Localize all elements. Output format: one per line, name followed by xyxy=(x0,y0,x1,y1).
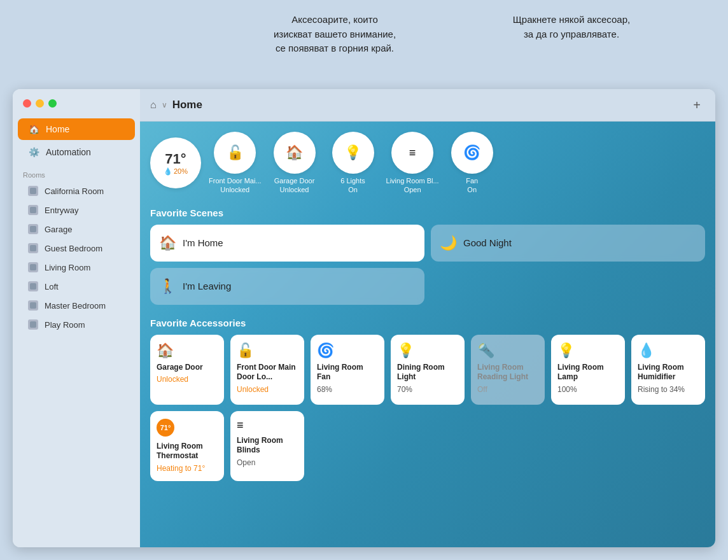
automation-icon: ⚙️ xyxy=(28,146,39,158)
lr-thermostat-name: Living Room Thermostat xyxy=(157,442,218,461)
dining-light-icon: 💡 xyxy=(397,342,458,359)
room-label: Loft xyxy=(45,282,59,291)
add-button[interactable]: + xyxy=(689,97,705,113)
scenes-grid: 🏠 I'm Home 🌙 Good Night 🚶 I'm Leaving xyxy=(150,225,705,305)
status-6-lights[interactable]: 💡 6 LightsOn xyxy=(328,132,379,195)
lr-lamp-icon: 💡 xyxy=(557,342,619,359)
dining-light-status: 70% xyxy=(397,385,458,394)
sidebar-item-automation-label: Automation xyxy=(46,147,91,157)
status-front-door[interactable]: 🔓 Front Door Mai...Unlocked xyxy=(209,132,262,195)
lr-humidifier-icon: 💧 xyxy=(638,342,699,359)
sidebar-item-entryway[interactable]: Entryway xyxy=(18,201,135,219)
front-door-icon: 🔓 xyxy=(237,342,298,359)
lr-blinds-name: Living Room Blinds xyxy=(237,436,298,456)
lr-reading-light-name: Living Room Reading Light xyxy=(477,363,538,382)
lr-lamp-name: Living Room Lamp xyxy=(557,363,619,382)
lr-humidifier-name: Living Room Humidifier xyxy=(638,363,699,382)
lr-humidifier-status: Rising to 34% xyxy=(638,385,699,394)
blinds-circle: ≡ xyxy=(391,132,433,174)
garage-door-status: Unlocked xyxy=(157,375,218,384)
traffic-lights xyxy=(13,99,140,118)
garage-door-label: Garage DoorUnlocked xyxy=(274,176,315,195)
room-label: Guest Bedroom xyxy=(45,244,102,253)
accessory-lr-fan[interactable]: 🌀 Living Room Fan 68% xyxy=(311,335,384,405)
room-icon xyxy=(28,319,38,330)
accessory-lr-blinds[interactable]: ≡ Living Room Blinds Open xyxy=(230,411,304,481)
header-bar: ⌂ ∨ Home + xyxy=(140,89,715,122)
lr-blinds-status: Open xyxy=(237,458,298,467)
room-icon xyxy=(28,243,38,253)
im-leaving-label: I'm Leaving xyxy=(183,281,231,291)
fan-label: FanOn xyxy=(466,176,478,195)
accessory-lr-thermostat[interactable]: 71° Living Room Thermostat Heating to 71… xyxy=(150,411,224,481)
main-content: ⌂ ∨ Home + 71° 💧 20% 🔓 Front Door Mai...… xyxy=(140,89,715,547)
favorite-accessories-title: Favorite Accessories xyxy=(150,318,705,328)
front-door-circle: 🔓 xyxy=(214,132,256,174)
room-icon xyxy=(28,205,38,215)
maximize-button[interactable] xyxy=(48,99,57,108)
accessories-row-2: 71° Living Room Thermostat Heating to 71… xyxy=(150,411,705,481)
left-callout: Аксесоарите, които изискват вашето внима… xyxy=(271,13,398,56)
lr-fan-status: 68% xyxy=(317,385,378,394)
lr-fan-name: Living Room Fan xyxy=(317,363,378,382)
favorite-scenes-title: Favorite Scenes xyxy=(150,207,705,218)
accessory-lr-lamp[interactable]: 💡 Living Room Lamp 100% xyxy=(551,335,625,405)
lr-thermostat-status: Heating to 71° xyxy=(157,464,218,473)
room-label: Garage xyxy=(45,225,72,234)
callout-area: Аксесоарите, които изискват вашето внима… xyxy=(178,13,728,56)
room-icon xyxy=(28,224,38,234)
dining-light-name: Dining Room Light xyxy=(397,363,458,382)
sidebar-item-master-bedroom[interactable]: Master Bedroom xyxy=(18,297,135,314)
sidebar-item-home[interactable]: 🏠 Home xyxy=(18,118,135,140)
im-home-icon: 🏠 xyxy=(159,235,176,251)
humidity-value: 20% xyxy=(174,167,188,175)
room-label: Play Room xyxy=(45,320,85,330)
lights-label: 6 LightsOn xyxy=(340,176,365,195)
front-door-label: Front Door Mai...Unlocked xyxy=(209,176,262,195)
blinds-label: Living Room Bl...Open xyxy=(386,176,439,195)
status-bar: 71° 💧 20% 🔓 Front Door Mai...Unlocked 🏠 … xyxy=(150,132,705,195)
close-button[interactable] xyxy=(23,99,31,108)
status-garage-door[interactable]: 🏠 Garage DoorUnlocked xyxy=(269,132,320,195)
good-night-label: Good Night xyxy=(463,237,512,248)
humidity-icon: 💧 xyxy=(164,167,172,176)
sidebar-item-loft[interactable]: Loft xyxy=(18,277,135,295)
accessory-lr-humidifier[interactable]: 💧 Living Room Humidifier Rising to 34% xyxy=(631,335,705,405)
sidebar: 🏠 Home ⚙️ Automation Rooms California Ro… xyxy=(13,89,140,547)
sidebar-item-garage[interactable]: Garage xyxy=(18,220,135,238)
im-leaving-icon: 🚶 xyxy=(159,278,176,295)
lr-lamp-status: 100% xyxy=(557,385,619,394)
sidebar-item-california-room[interactable]: California Room xyxy=(18,182,135,200)
rooms-section-label: Rooms xyxy=(13,164,140,181)
minimize-button[interactable] xyxy=(36,99,44,108)
accessory-front-door[interactable]: 🔓 Front Door Main Door Lo... Unlocked xyxy=(230,335,304,405)
lr-fan-icon: 🌀 xyxy=(317,342,378,359)
room-label: Living Room xyxy=(45,263,90,272)
room-icon xyxy=(28,281,38,291)
good-night-icon: 🌙 xyxy=(440,235,457,251)
header-home-icon: ⌂ xyxy=(150,99,157,111)
temperature-value: 71° xyxy=(165,151,186,167)
sidebar-item-guest-bedroom[interactable]: Guest Bedroom xyxy=(18,239,135,257)
scene-im-home[interactable]: 🏠 I'm Home xyxy=(150,225,424,262)
sidebar-item-play-room[interactable]: Play Room xyxy=(18,316,135,333)
fan-circle: 🌀 xyxy=(451,132,493,174)
scene-good-night[interactable]: 🌙 Good Night xyxy=(431,225,705,262)
accessory-garage-door[interactable]: 🏠 Garage Door Unlocked xyxy=(150,335,224,405)
scene-im-leaving[interactable]: 🚶 I'm Leaving xyxy=(150,268,424,305)
status-fan[interactable]: 🌀 FanOn xyxy=(447,132,498,195)
sidebar-item-automation[interactable]: ⚙️ Automation xyxy=(18,141,135,163)
garage-door-name: Garage Door xyxy=(157,363,218,373)
front-door-name: Front Door Main Door Lo... xyxy=(237,363,298,382)
home-icon: 🏠 xyxy=(28,123,39,135)
garage-door-icon: 🏠 xyxy=(157,342,218,359)
room-label: California Room xyxy=(45,186,104,196)
accessory-dining-light[interactable]: 💡 Dining Room Light 70% xyxy=(391,335,465,405)
status-blinds[interactable]: ≡ Living Room Bl...Open xyxy=(386,132,439,195)
temperature-widget[interactable]: 71° 💧 20% xyxy=(150,137,201,188)
lr-reading-light-icon: 🔦 xyxy=(477,342,538,359)
sidebar-item-living-room[interactable]: Living Room xyxy=(18,258,135,276)
page-title: Home xyxy=(172,99,202,111)
accessory-lr-reading-light[interactable]: 🔦 Living Room Reading Light Off xyxy=(471,335,545,405)
front-door-status: Unlocked xyxy=(237,385,298,394)
